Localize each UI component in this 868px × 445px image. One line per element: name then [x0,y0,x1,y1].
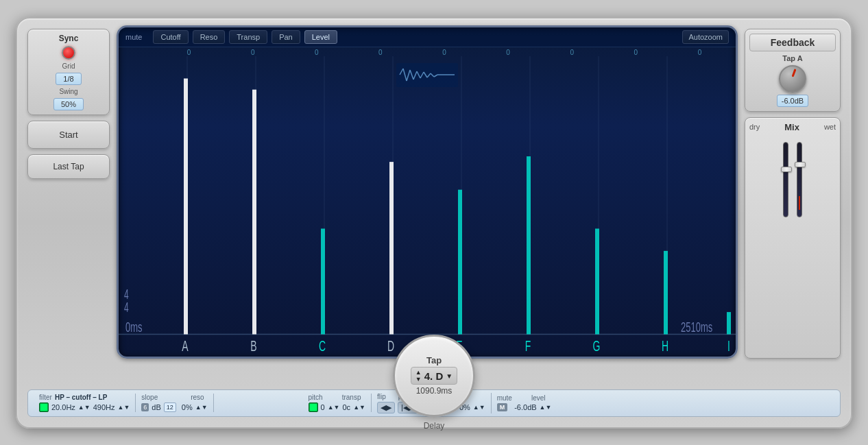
tap-a-label: Tap A [782,54,802,62]
slope-box-1: 6 [141,403,149,411]
transp-arrow[interactable]: ▲▼ [328,404,340,411]
tap-select-row[interactable]: ▲▼ 4. D ▼ [411,367,457,385]
high-freq-value: 490Hz [93,403,115,411]
mute-level-row: mute level M -6.0dB ▲▼ [497,394,552,411]
transp-button[interactable]: Transp [229,30,267,44]
tap-top-label: Tap [426,355,442,365]
filter-label: filter [39,394,52,401]
svg-rect-34 [727,312,731,334]
mute-level-section: mute level M -6.0dB ▲▼ [492,394,557,411]
main-container: Sync Grid 1/8 Swing 50% Start Last Tap m… [16,17,852,429]
filter-type: HP – cutoff – LP [55,394,108,401]
octave-arrow[interactable]: ▲▼ [353,404,365,411]
octave-value: 0c [343,403,351,411]
flip-label: flip [377,393,386,400]
tap-dropdown-arrow[interactable]: ▼ [446,372,453,380]
wet-slider-container [797,142,802,217]
tap-bars-svg: A B C D E F G H I 0ms 2510ms 4 4 [119,56,736,357]
feedback-knob[interactable] [779,65,806,93]
filter-section: filter HP – cutoff – LP 20.0Hz ▲▼ 490Hz … [34,394,136,412]
autozoom-button[interactable]: Autozoom [682,30,729,44]
freq-arrow[interactable]: ▲▼ [78,404,91,411]
indicator-7: 0 [604,49,668,56]
pitch-transp-section: pitch transp 0 ▲▼ 0c ▲▼ [303,394,372,412]
indicator-3: 0 [348,49,412,56]
knob-container: -6.0dB [777,65,808,107]
svg-rect-33 [664,250,668,334]
svg-rect-31 [527,156,531,335]
pitch-label: pitch [309,394,323,401]
slope-unit: dB [152,403,160,411]
display-header: mute Cutoff Reso Transp Pan Level Autozo… [119,27,736,47]
grid-value[interactable]: 1/8 [56,73,81,85]
level-bar-label: level [531,394,546,402]
wet-slider-red-mark [799,196,800,210]
swing-value[interactable]: 50% [53,98,84,110]
feedback-knob-value: -6.0dB [777,95,808,107]
indicator-1: 0 [221,49,285,56]
indicator-2: 0 [285,49,348,56]
indicator-6: 0 [540,49,604,56]
svg-rect-28 [321,228,325,334]
mix-sliders [783,135,802,217]
tap-time-ms: 1090.9ms [416,386,453,396]
sync-led[interactable] [62,46,75,60]
reso-label: reso [191,394,204,401]
indicator-0: 0 [157,49,221,56]
filter-led[interactable] [39,402,49,412]
transp-value: 0 [321,403,325,411]
reso-value: 0% [182,403,193,411]
reso-button[interactable]: Reso [193,30,226,44]
mute-label: mute [125,33,142,41]
feedback-section: Feedback Tap A -6.0dB [745,29,841,112]
svg-text:4: 4 [124,300,129,315]
dry-slider-track[interactable] [783,142,788,217]
cutoff-button[interactable]: Cutoff [153,30,188,44]
level-arrow[interactable]: ▲▼ [540,404,552,411]
main-display: mute Cutoff Reso Transp Pan Level Autozo… [117,25,738,359]
dry-slider-container [783,142,788,217]
svg-rect-32 [595,228,599,334]
slope-label: slope [141,394,158,401]
high-freq-arrow[interactable]: ▲▼ [117,404,130,411]
slope-reso-row: slope reso 6 dB 12 0% ▲▼ [141,394,207,412]
display-canvas[interactable]: A B C D E F G H I 0ms 2510ms 4 4 [119,56,736,357]
svg-rect-30 [458,189,462,334]
slope-box-2: 12 [164,402,176,412]
reso-arrow[interactable]: ▲▼ [195,404,208,411]
top-section: Sync Grid 1/8 Swing 50% Start Last Tap m… [27,25,841,359]
svg-text:0ms: 0ms [125,319,143,335]
grid-label: Grid [62,62,75,70]
level-button[interactable]: Level [304,30,337,44]
feedback-title[interactable]: Feedback [749,34,836,51]
swing-label: Swing [59,88,77,95]
mix-wet-label: wet [824,123,836,131]
dry-slider-thumb[interactable] [781,167,792,172]
filter-row: filter HP – cutoff – LP 20.0Hz ▲▼ 490Hz … [39,394,130,412]
wet-slider-track[interactable] [797,142,802,217]
svg-rect-29 [389,162,394,334]
sync-label: Sync [59,34,79,43]
tap-circle-ring[interactable]: Tap ▲▼ 4. D ▼ 1090.9ms [393,335,475,417]
svg-rect-26 [184,78,188,334]
low-freq-value: 20.0Hz [51,403,75,411]
start-button[interactable]: Start [27,121,110,149]
slope-reso-section: slope reso 6 dB 12 0% ▲▼ [136,394,213,412]
tap-circle: Tap ▲▼ 4. D ▼ 1090.9ms Delay [393,335,475,431]
last-tap-button[interactable]: Last Tap [27,154,110,179]
level-value: -6.0dB [514,403,536,411]
tap-arrow-up[interactable]: ▲▼ [415,369,422,383]
indicator-5: 0 [477,49,540,56]
right-panel: Feedback Tap A -6.0dB dry Mix wet [745,25,841,359]
mute-m-box[interactable]: M [497,403,508,411]
pan-button[interactable]: Pan [272,30,300,44]
mix-section: dry Mix wet [745,117,841,359]
wet-slider-thumb[interactable] [795,162,806,167]
pitch-led[interactable] [309,402,318,412]
svg-text:4: 4 [124,286,129,301]
delay-label: Delay [424,421,445,431]
transp-label: transp [342,394,361,401]
indicator-row: 0 0 0 0 0 0 0 0 0 [119,47,736,56]
mix-label: Mix [762,122,821,132]
sync-section: Sync Grid 1/8 Swing 50% [27,29,110,115]
